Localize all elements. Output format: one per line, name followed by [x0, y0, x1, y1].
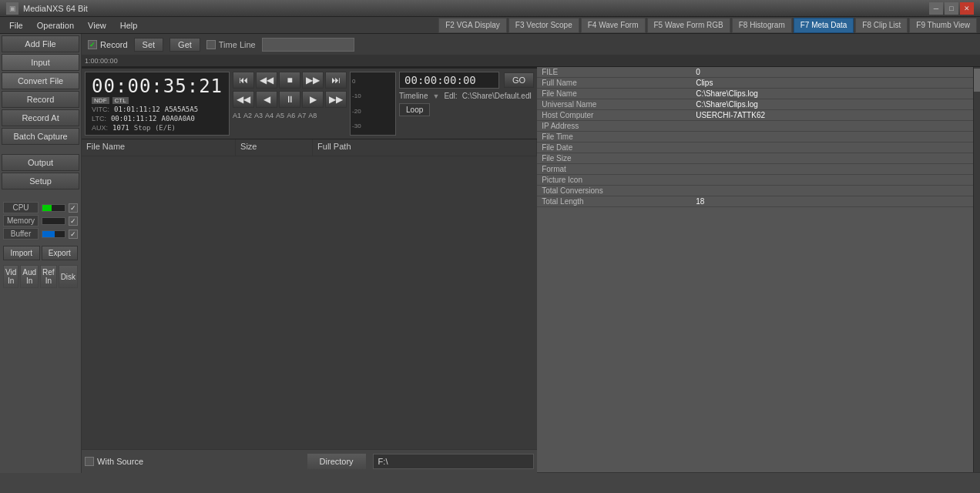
vid-row: Vid In Aud In Ref In Disk	[2, 263, 79, 290]
cpu-bar-track	[42, 204, 65, 212]
timeline-info: Timeline ▼ Edl: C:\Share\Default.edl	[399, 92, 534, 100]
pause-button[interactable]: ⏸	[279, 91, 300, 108]
col-header-filename: File Name	[82, 139, 236, 156]
minimize-button[interactable]: ─	[929, 2, 943, 15]
timeline-right: GO Timeline ▼ Edl: C:\Share\Default.edl …	[399, 72, 534, 136]
tab-f2[interactable]: F2 VGA Display	[438, 18, 507, 33]
meta-row-totalconversions: Total Conversions	[537, 186, 973, 196]
goto-end-button[interactable]: ⏭	[325, 72, 347, 89]
goto-start-button[interactable]: ⏮	[233, 72, 254, 89]
record-label: Record	[100, 40, 127, 49]
tc-sub: NDF CTL	[92, 97, 223, 104]
memory-bar-track	[42, 217, 65, 225]
tab-f3[interactable]: F3 Vector Scope	[508, 18, 579, 33]
close-button[interactable]: ✕	[960, 2, 974, 15]
import-export-row: Import Export	[2, 244, 79, 262]
step-fwd-button[interactable]: ▶▶	[325, 91, 347, 108]
timeline-checkbox[interactable]	[206, 40, 216, 49]
meta-scroll-thumb[interactable]	[974, 69, 980, 92]
rewind-button[interactable]: ◀◀	[256, 72, 277, 89]
memory-check[interactable]: ✓	[69, 216, 78, 226]
timeline-input[interactable]	[262, 38, 354, 52]
buffer-bar-fill	[42, 231, 55, 237]
timecode-main: 00:00:35:21	[92, 75, 223, 97]
goto-timecode-input[interactable]	[399, 72, 499, 89]
menu-help[interactable]: Help	[114, 19, 144, 32]
tab-f8c[interactable]: F8 Clip List	[855, 18, 908, 33]
vu-meter: 0 -10 -20 -30	[350, 72, 396, 136]
record-button[interactable]: Record	[2, 91, 79, 108]
set-button[interactable]: Set	[134, 38, 164, 52]
batch-capture-button[interactable]: Batch Capture	[2, 128, 79, 145]
buffer-check[interactable]: ✓	[69, 230, 78, 239]
step-back-button[interactable]: ◀	[256, 91, 277, 108]
meta-row-fullname: Full NameClips	[537, 78, 973, 89]
tab-f5[interactable]: F5 Wave Form RGB	[647, 18, 730, 33]
dropdown-arrow[interactable]: ▼	[432, 92, 439, 100]
tab-f8[interactable]: F8 Histogram	[732, 18, 792, 33]
aux-label: AUX:	[92, 124, 108, 132]
output-button[interactable]: Output	[2, 154, 79, 171]
cpu-check[interactable]: ✓	[69, 203, 78, 213]
with-source-checkbox[interactable]	[85, 457, 94, 466]
col-header-size: Size	[236, 139, 313, 156]
import-button[interactable]: Import	[3, 246, 40, 260]
menu-operation[interactable]: Operation	[31, 19, 80, 32]
tc-info-vitc: VITC: 01:01:11:12 A5A5A5A5	[92, 106, 223, 113]
ltc-code: A0A0A0A0	[162, 115, 195, 122]
tab-f4[interactable]: F4 Wave Form	[581, 18, 646, 33]
ffwd-button[interactable]: ▶▶	[302, 72, 324, 89]
left-lower: 00:00:35:21 NDF CTL VITC: 01:01:11:12 A5…	[82, 67, 537, 473]
meta-table: FILE0 Full NameClips File NameC:\Share\C…	[537, 67, 973, 207]
play-button[interactable]: ▶	[302, 91, 324, 108]
timecode-display: 00:00:35:21 NDF CTL VITC: 01:01:11:12 A5…	[85, 72, 230, 136]
step-back-far-button[interactable]: ◀◀	[233, 91, 254, 108]
menu-view[interactable]: View	[82, 19, 112, 32]
timeline-info-label: Timeline	[399, 92, 428, 100]
stop-button[interactable]: ■	[279, 72, 300, 89]
record-checkbox[interactable]: ✓	[88, 40, 97, 49]
vitc-code: A5A5A5A5	[165, 106, 198, 113]
maximize-button[interactable]: □	[945, 2, 958, 15]
channel-labels: A1 A2 A3 A4 A5 A6 A7 A8	[233, 112, 347, 119]
file-list	[82, 156, 537, 449]
directory-button[interactable]: Directory	[307, 453, 367, 470]
edl-path: C:\Share\Default.edl	[462, 92, 532, 100]
input-button[interactable]: Input	[2, 54, 79, 71]
file-section: File Name Size Full Path	[82, 139, 537, 449]
content-area: ✓ Record Set Get Time Line Clip 1:00:00:…	[82, 34, 980, 473]
cpu-label: CPU	[3, 202, 39, 213]
setup-button[interactable]: Setup	[2, 173, 79, 189]
get-button[interactable]: Get	[169, 38, 200, 52]
tab-f7[interactable]: F7 Meta Data	[794, 18, 854, 33]
disk-button[interactable]: Disk	[59, 265, 78, 288]
top-bar: ✓ Record Set Get Time Line Clip	[82, 34, 980, 55]
ref-in-button[interactable]: Ref In	[40, 265, 57, 288]
export-button[interactable]: Export	[42, 246, 79, 260]
transport-section: 00:00:35:21 NDF CTL VITC: 01:01:11:12 A5…	[82, 67, 537, 139]
ruler-start: 1:00:00:00	[85, 57, 118, 65]
directory-input[interactable]	[373, 454, 535, 469]
loop-button[interactable]: Loop	[399, 103, 430, 116]
record-at-button[interactable]: Record At	[2, 109, 79, 126]
bottom-bar: With Source Directory	[82, 449, 537, 473]
menubar: File Operation View Help F2 VGA Display …	[0, 17, 980, 34]
meta-row-pictureicon: Picture Icon	[537, 175, 973, 186]
meta-row-ipaddress: IP Address	[537, 121, 973, 132]
meta-scrollbar[interactable]	[973, 67, 980, 472]
file-list-header: File Name Size Full Path	[82, 139, 537, 156]
meta-wrapper: FILE0 Full NameClips File NameC:\Share\C…	[537, 67, 980, 472]
tab-f9[interactable]: F9 Thumb View	[909, 18, 977, 33]
menu-file[interactable]: File	[3, 19, 29, 32]
meta-row-filedate: File Date	[537, 143, 973, 153]
loop-row: Loop	[399, 103, 534, 116]
cpu-status-row: CPU ✓	[3, 202, 78, 213]
add-file-button[interactable]: Add File	[2, 35, 79, 52]
convert-file-button[interactable]: Convert File	[2, 72, 79, 89]
aud-in-button[interactable]: Aud In	[20, 265, 39, 288]
vid-in-button[interactable]: Vid In	[3, 265, 18, 288]
transport-row-2: ◀◀ ◀ ⏸ ▶ ▶▶	[233, 91, 347, 108]
go-button[interactable]: GO	[504, 72, 534, 88]
ndf-badge: NDF	[92, 97, 109, 104]
vitc-label: VITC:	[92, 106, 109, 113]
